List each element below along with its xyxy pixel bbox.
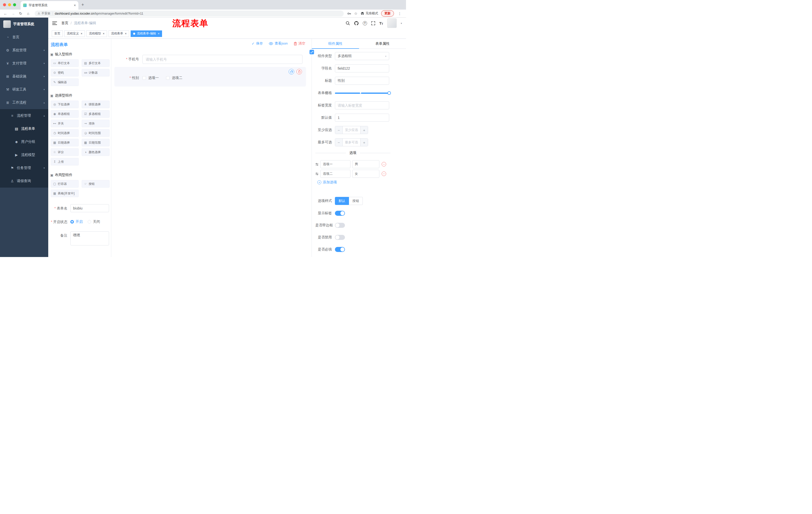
reload-button[interactable]: ↻: [18, 11, 24, 16]
security-label[interactable]: 不安全: [41, 11, 51, 16]
palette-item-checkbox-group[interactable]: ☑ 多选框组: [82, 110, 110, 118]
palette-item-time-range[interactable]: ◶ 时间范围: [82, 129, 110, 137]
search-icon[interactable]: [345, 21, 350, 25]
user-avatar[interactable]: [387, 18, 397, 28]
palette-item-multiline-text[interactable]: ▤ 多行文本: [82, 59, 110, 67]
github-icon[interactable]: [354, 21, 359, 26]
tag-process-model[interactable]: 流程模型 ×: [86, 30, 107, 37]
tag-process-definition[interactable]: 流程定义 ×: [64, 30, 85, 37]
palette-item-rate[interactable]: ☆ 评分: [51, 148, 79, 156]
gender-option-1[interactable]: 选项一: [142, 76, 159, 80]
sidebar-item-task-management[interactable]: ⚑ 任务管理 ▾: [0, 161, 48, 174]
palette-item-password[interactable]: ⊙ 密码: [51, 69, 79, 77]
browser-tab[interactable]: 芋道管理系统 ×: [21, 1, 78, 9]
increase-button[interactable]: +: [360, 126, 368, 134]
default-value-input[interactable]: [335, 114, 389, 122]
sidebar-item-infrastructure[interactable]: ⊞ 基础设施 ▾: [0, 70, 48, 83]
back-button[interactable]: ←: [2, 11, 8, 16]
tag-close-icon[interactable]: ×: [81, 32, 82, 35]
browser-menu-icon[interactable]: ⋮: [397, 11, 403, 16]
tag-process-form[interactable]: 流程表单 ×: [109, 30, 129, 37]
status-radio-on[interactable]: 开启: [70, 219, 83, 224]
tab-close-icon[interactable]: ×: [74, 3, 76, 7]
sidebar-item-process-management[interactable]: ≡ 流程管理 ▴: [0, 109, 48, 122]
tab-form-props[interactable]: 表单属性: [359, 39, 406, 49]
breadcrumb-home[interactable]: 首页: [61, 21, 68, 25]
tag-close-icon[interactable]: ×: [125, 32, 127, 35]
copy-component-button[interactable]: [289, 69, 294, 75]
style-default-button[interactable]: 默认: [335, 197, 349, 205]
sidebar-item-home[interactable]: ◔ 首页: [0, 31, 48, 44]
palette-item-date-picker[interactable]: ▦ 日期选择: [51, 139, 79, 146]
minimize-window-button[interactable]: [8, 3, 11, 6]
checkbox-icon[interactable]: [142, 76, 146, 80]
sidebar-item-leave-query[interactable]: ♙ 请假查询: [0, 174, 48, 188]
palette-item-radio-group[interactable]: ◉ 单选框组: [51, 110, 79, 118]
save-button[interactable]: ✓ 保存: [252, 41, 263, 46]
sidebar-item-workflow[interactable]: ≣ 工作流程 ▴: [0, 96, 48, 109]
palette-item-editor[interactable]: ✎ 编辑器: [51, 78, 79, 86]
palette-item-time-picker[interactable]: ◷ 时间选择: [51, 129, 79, 137]
option-label-input[interactable]: [320, 170, 350, 178]
palette-item-switch[interactable]: ⊷ 开关: [51, 120, 79, 127]
palette-item-select[interactable]: ◎ 下拉选择: [51, 101, 79, 108]
tag-close-icon[interactable]: ×: [103, 32, 105, 35]
phone-field-row[interactable]: 手机号: [114, 55, 309, 64]
sidebar-item-devtools[interactable]: ⚒ 研发工具 ▾: [0, 83, 48, 96]
label-width-input[interactable]: [335, 101, 389, 109]
gender-field-selected[interactable]: 性别 选项一 选项二: [114, 67, 306, 86]
delete-component-button[interactable]: [296, 69, 302, 75]
palette-item-slider[interactable]: ⊸ 滑块: [82, 120, 110, 127]
form-grid-slider[interactable]: [335, 92, 389, 94]
maximize-window-button[interactable]: [13, 3, 16, 6]
sidebar-item-system[interactable]: ⚙ 系统管理 ▾: [0, 44, 48, 57]
drag-handle-icon[interactable]: [315, 163, 319, 166]
tab-component-props[interactable]: 组件属性: [312, 39, 359, 49]
title-input[interactable]: [335, 77, 389, 85]
option-value-input[interactable]: [352, 160, 379, 168]
link-icon[interactable]: [310, 50, 314, 54]
palette-item-counter[interactable]: 123 计数器: [82, 69, 110, 77]
tag-process-form-edit[interactable]: 流程表单-编辑 ×: [130, 30, 162, 37]
clear-button[interactable]: 清空: [294, 41, 305, 46]
sidebar-item-process-form[interactable]: ▤ 流程表单: [0, 122, 48, 135]
view-json-button[interactable]: 查看json: [269, 41, 288, 46]
close-window-button[interactable]: [3, 3, 6, 6]
tag-home[interactable]: 首页: [52, 30, 63, 37]
palette-item-row-container[interactable]: ▢ 行容器: [51, 180, 79, 188]
sidebar-item-payment[interactable]: ¥ 支付管理 ▾: [0, 57, 48, 70]
increase-button[interactable]: +: [360, 139, 368, 146]
style-button-button[interactable]: 按钮: [349, 197, 363, 205]
palette-item-color-picker[interactable]: ◑ 颜色选择: [82, 148, 110, 156]
key-icon[interactable]: [347, 11, 351, 16]
address-bar[interactable]: ⚠ 不安全 dashboard.yudao.iocoder.cn /bpm/ma…: [35, 10, 344, 17]
palette-item-table[interactable]: ▦ 表格[开发中]: [51, 190, 79, 197]
bookmark-star-icon[interactable]: ☆: [354, 11, 357, 16]
stepper-placeholder[interactable]: 最多可选: [343, 139, 360, 146]
palette-item-single-line-text[interactable]: ▭ 单行文本: [51, 59, 79, 67]
add-option-button[interactable]: + 添加选项: [317, 180, 390, 185]
status-radio-off[interactable]: 关闭: [88, 219, 100, 224]
component-type-select[interactable]: 多选框组 ▾: [335, 52, 389, 60]
border-toggle[interactable]: [335, 223, 345, 228]
field-name-input[interactable]: [335, 64, 389, 73]
form-remark-textarea[interactable]: 嘿嘿: [70, 231, 109, 245]
required-toggle[interactable]: [335, 247, 345, 252]
update-button[interactable]: 更新: [381, 10, 394, 17]
form-name-input[interactable]: [70, 204, 109, 212]
phone-field-input[interactable]: [142, 55, 302, 64]
tag-close-icon[interactable]: ×: [158, 32, 160, 35]
new-tab-button[interactable]: +: [81, 2, 84, 7]
home-button[interactable]: ⌂: [25, 11, 31, 16]
font-size-icon[interactable]: TT: [379, 21, 383, 25]
checkbox-icon[interactable]: [166, 76, 170, 80]
option-label-input[interactable]: [320, 160, 350, 168]
collapse-sidebar-icon[interactable]: [52, 21, 57, 25]
decrease-button[interactable]: −: [335, 139, 343, 146]
decrease-button[interactable]: −: [335, 126, 343, 134]
forward-button[interactable]: →: [10, 11, 16, 16]
avatar-caret-icon[interactable]: ▾: [401, 22, 402, 25]
remove-option-icon[interactable]: −: [382, 171, 386, 176]
show-label-toggle[interactable]: [335, 211, 345, 216]
remove-option-icon[interactable]: −: [382, 162, 386, 166]
